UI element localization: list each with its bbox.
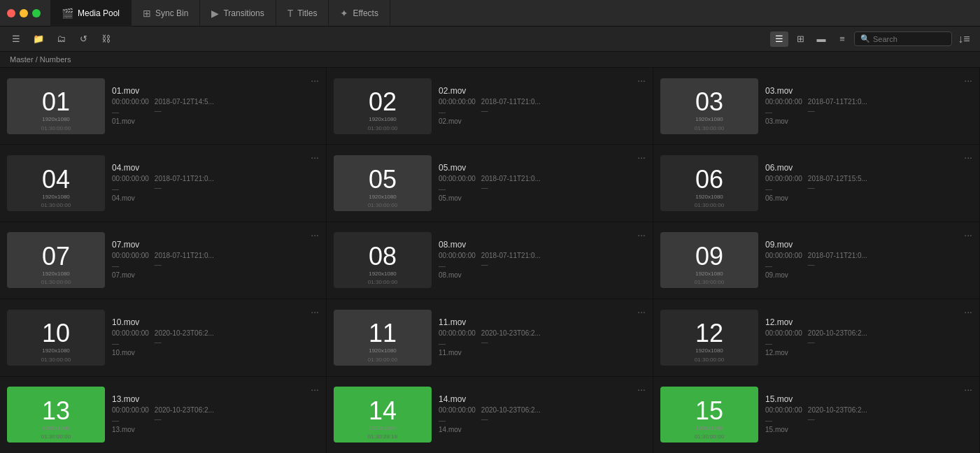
media-item-03[interactable]: 03 1920x1080 01:30:00:00 03.mov 00:00:00… <box>653 68 980 145</box>
meta-col-date-06: 2018-07-12T15:5... — <box>808 175 867 193</box>
options-icon-15[interactable]: ··· <box>964 384 972 395</box>
meta-col-date-04: 2018-07-11T21:0... — <box>155 175 214 193</box>
tab-titles[interactable]: T Titles <box>276 0 329 27</box>
meta-row-05: 00:00:00:00 — 2018-07-11T21:0... — <box>439 175 630 193</box>
thumb-sublabel-12: 1920x1080 <box>695 347 723 354</box>
tab-transitions[interactable]: ▶ Transitions <box>200 0 276 27</box>
filmstrip-view-button[interactable]: ▬ <box>812 31 830 47</box>
media-item-11[interactable]: 11 1920x1080 01:30:00:00 11.mov 00:00:00… <box>327 299 653 376</box>
media-item-14[interactable]: 14 1920x1080 01:30:28:18 14.mov 00:00:00… <box>327 377 653 453</box>
options-icon-05[interactable]: ··· <box>637 152 646 163</box>
media-name-02: 02.mov <box>439 86 630 96</box>
thumb-timecode-06: 01:30:00:00 <box>695 202 724 208</box>
timecode-06: 00:00:00:00 <box>765 175 802 182</box>
select-tool-button[interactable]: ☰ <box>7 31 25 48</box>
media-info-11: 11.mov 00:00:00:00 — 2020-10-23T06:2... … <box>439 317 630 358</box>
options-icon-13[interactable]: ··· <box>311 384 319 395</box>
options-icon-09[interactable]: ··· <box>964 229 972 240</box>
refresh-button[interactable]: ↺ <box>74 31 92 48</box>
media-item-07[interactable]: 07 1920x1080 01:30:00:00 07.mov 00:00:00… <box>0 222 327 299</box>
new-bin-button[interactable]: 📁 <box>29 31 48 48</box>
options-icon-10[interactable]: ··· <box>311 306 319 317</box>
filename-05: 05.mov <box>439 194 630 202</box>
media-item-09[interactable]: 09 1920x1080 01:30:00:00 09.mov 00:00:00… <box>653 222 980 299</box>
media-item-04[interactable]: 04 1920x1080 01:30:00:00 04.mov 00:00:00… <box>0 145 327 222</box>
tab-sync-bin-label: Sync Bin <box>155 8 188 18</box>
media-info-12: 12.mov 00:00:00:00 — 2020-10-23T06:2... … <box>765 317 957 358</box>
thumbnail-03: 03 1920x1080 01:30:00:00 <box>660 78 758 134</box>
maximize-button[interactable] <box>32 9 41 17</box>
thumbnail-10: 10 1920x1080 01:30:00:00 <box>7 310 105 366</box>
thumb-number-12: 12 <box>695 321 723 346</box>
options-icon-07[interactable]: ··· <box>311 229 319 240</box>
options-icon-11[interactable]: ··· <box>637 306 646 317</box>
status-dot-14 <box>423 389 429 395</box>
search-input[interactable] <box>873 35 946 43</box>
close-button[interactable] <box>7 9 15 17</box>
meta-col-time-04: 00:00:00:00 — <box>112 175 149 193</box>
thumb-timecode-08: 01:30:00:00 <box>368 279 397 285</box>
date-06: 2018-07-12T15:5... <box>808 175 867 182</box>
meta-col-time-12: 00:00:00:00 — <box>765 329 802 347</box>
dash2-06: — <box>808 184 867 192</box>
list-view-button[interactable]: ☰ <box>770 31 788 47</box>
tab-media-pool[interactable]: 🎬 Media Pool <box>50 0 132 27</box>
media-pool-icon: 🎬 <box>62 8 73 19</box>
new-folder-button[interactable]: 🗂 <box>52 31 70 48</box>
thumb-timecode-04: 01:30:00:00 <box>41 202 71 208</box>
timecode-09: 00:00:00:00 <box>765 252 802 259</box>
search-box[interactable]: 🔍 <box>854 31 952 46</box>
media-item-05[interactable]: 05 1920x1080 01:30:00:00 05.mov 00:00:00… <box>327 145 653 222</box>
date-10: 2020-10-23T06:2... <box>155 329 214 337</box>
date-08: 2018-07-11T21:0... <box>481 252 541 259</box>
media-item-13[interactable]: 13 1920x1080 01:30:00:00 13.mov 00:00:00… <box>0 377 327 453</box>
media-item-06[interactable]: 06 1920x1080 01:30:00:00 06.mov 00:00:00… <box>653 145 980 222</box>
timecode-08: 00:00:00:00 <box>439 252 476 259</box>
dash2-12: — <box>808 338 867 346</box>
media-item-15[interactable]: 15 1920x1080 01:30:00:00 15.mov 00:00:00… <box>653 377 980 453</box>
options-icon-02[interactable]: ··· <box>637 75 646 86</box>
options-icon-01[interactable]: ··· <box>311 75 319 86</box>
date-12: 2020-10-23T06:2... <box>808 329 867 337</box>
link-button[interactable]: ⛓ <box>97 31 115 48</box>
options-icon-03[interactable]: ··· <box>964 75 972 86</box>
detail-view-button[interactable]: ≡ <box>833 31 851 47</box>
dash1-02: — <box>439 108 476 116</box>
options-icon-04[interactable]: ··· <box>311 152 319 163</box>
thumbnail-08: 08 1920x1080 01:30:00:00 <box>334 232 432 288</box>
tab-effects[interactable]: ✦ Effects <box>329 0 390 27</box>
thumbnail-13: 13 1920x1080 01:30:00:00 <box>7 387 105 443</box>
meta-col-date-07: 2018-07-11T21:0... — <box>155 252 214 270</box>
search-icon: 🔍 <box>860 34 870 43</box>
minimize-button[interactable] <box>20 9 28 17</box>
meta-row-06: 00:00:00:00 — 2018-07-12T15:5... — <box>765 175 957 193</box>
sort-button[interactable]: ↓≡ <box>955 31 973 47</box>
grid-view-button[interactable]: ⊞ <box>791 31 809 47</box>
media-item-08[interactable]: 08 1920x1080 01:30:00:00 08.mov 00:00:00… <box>327 222 653 299</box>
media-item-01[interactable]: 01 1920x1080 01:30:00:00 01.mov 00:00:00… <box>0 68 327 145</box>
filename-14: 14.mov <box>439 426 630 433</box>
dash1-11: — <box>439 340 476 347</box>
options-icon-06[interactable]: ··· <box>964 152 972 163</box>
thumb-number-13: 13 <box>42 398 70 424</box>
media-item-10[interactable]: 10 1920x1080 01:30:00:00 10.mov 00:00:00… <box>0 299 327 376</box>
options-icon-12[interactable]: ··· <box>964 306 972 317</box>
meta-row-14: 00:00:00:00 — 2020-10-23T06:2... — <box>439 406 630 424</box>
thumbnail-01: 01 1920x1080 01:30:00:00 <box>7 78 105 134</box>
date-15: 2020-10-23T06:2... <box>808 406 867 414</box>
thumb-sublabel-06: 1920x1080 <box>695 194 723 200</box>
media-item-02[interactable]: 02 1920x1080 01:30:00:00 02.mov 00:00:00… <box>327 68 653 145</box>
tab-sync-bin[interactable]: ⊞ Sync Bin <box>132 0 200 27</box>
meta-col-date-11: 2020-10-23T06:2... — <box>481 329 541 347</box>
thumb-number-06: 06 <box>695 167 723 192</box>
options-icon-08[interactable]: ··· <box>637 229 646 240</box>
options-icon-14[interactable]: ··· <box>637 384 646 395</box>
dash1-03: — <box>765 108 802 116</box>
thumbnail-02: 02 1920x1080 01:30:00:00 <box>334 78 432 134</box>
dash2-01: — <box>155 107 214 115</box>
media-info-10: 10.mov 00:00:00:00 — 2020-10-23T06:2... … <box>112 317 304 358</box>
filename-15: 15.mov <box>765 426 957 433</box>
thumb-number-03: 03 <box>695 89 723 115</box>
media-item-12[interactable]: 12 1920x1080 01:30:00:00 12.mov 00:00:00… <box>653 299 980 376</box>
thumb-sublabel-10: 1920x1080 <box>42 347 70 354</box>
